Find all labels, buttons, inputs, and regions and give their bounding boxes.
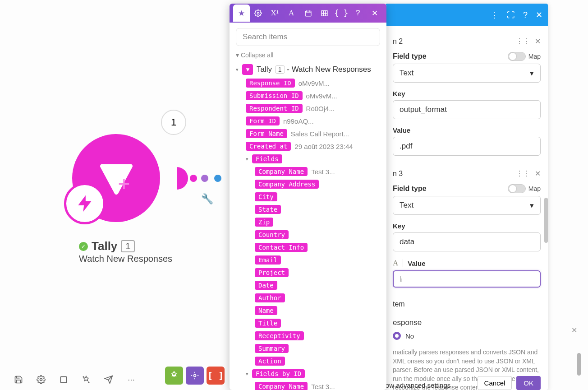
save-icon[interactable] — [14, 375, 23, 385]
tab-math[interactable]: X¹ — [266, 5, 283, 22]
search-input[interactable]: Search items — [236, 28, 380, 46]
remove-item-icon[interactable]: ✕ — [535, 169, 541, 178]
tree-data-item[interactable]: Created at29 août 2023 23:44 — [246, 140, 380, 153]
tree-data-item[interactable]: Country — [255, 228, 380, 241]
add-module-icon[interactable]: + — [110, 170, 138, 197]
tree-data-item[interactable]: Date — [255, 279, 380, 292]
tree-data-item[interactable]: Form IDn99oAQ... — [246, 115, 380, 127]
text-mode-icon[interactable]: A — [393, 259, 398, 268]
collapse-all-link[interactable]: ▾Collapse all — [236, 51, 380, 59]
tree-data-item[interactable]: Form NameSales Call Report... — [246, 127, 380, 140]
remove-item-icon[interactable]: ✕ — [535, 37, 541, 46]
tree-data-item[interactable]: Name — [255, 304, 380, 317]
wrench-icon[interactable]: 🔧 — [201, 193, 213, 205]
connector-dot — [190, 175, 197, 182]
ok-button[interactable]: OK — [516, 376, 541, 390]
advanced-settings-toggle[interactable]: ow advanced settings — [386, 381, 450, 389]
svg-point-3 — [194, 375, 196, 377]
module-number-badge: 1 — [121, 240, 135, 252]
close-icon[interactable]: ✕ — [536, 10, 542, 20]
parse-response-label: esponse — [393, 318, 541, 327]
auto-align-icon[interactable] — [81, 375, 91, 385]
tree-data-item[interactable]: Action — [255, 355, 380, 367]
key-label-3: Key — [393, 222, 541, 230]
close-icon[interactable]: ✕ — [571, 326, 577, 334]
tree-data-item[interactable]: City — [255, 190, 380, 203]
tools-button[interactable] — [165, 367, 183, 385]
value-label-3: Value — [408, 260, 425, 267]
module-action-name: Watch New Responses — [79, 254, 172, 264]
tree-node-fields-by-id[interactable]: ▾ Fields by ID — [246, 367, 380, 380]
item-header-3: n 3 ⋮⋮ ✕ — [393, 169, 541, 178]
field-type-select-2[interactable]: Text ▾ — [393, 64, 541, 83]
value-input-2[interactable]: .pdf — [393, 137, 541, 156]
flow-control-button[interactable]: [ ] — [207, 367, 225, 385]
expand-icon[interactable]: ⛶ — [507, 10, 515, 20]
picker-tabs: ★ X¹ A { } ? ✕ — [230, 4, 386, 23]
tally-module-node[interactable]: + — [72, 134, 160, 222]
svg-point-0 — [40, 379, 42, 381]
tab-star[interactable]: ★ — [233, 5, 250, 22]
map-toggle-3[interactable] — [508, 184, 526, 193]
tree-data-item[interactable]: Respondent IDRo0Oj4... — [246, 102, 380, 115]
field-type-select-3[interactable]: Text ▾ — [393, 196, 541, 215]
tree-data-item[interactable]: Receptivity — [255, 330, 380, 342]
tab-gear[interactable] — [250, 5, 266, 22]
tree-data-item[interactable]: Title — [255, 317, 380, 330]
tree-data-item[interactable]: Submission IDoMv9vM... — [246, 89, 380, 102]
scrollbar-thumb[interactable] — [544, 198, 548, 243]
tree-node-fields[interactable]: ▾ Fields — [246, 153, 380, 165]
status-check-icon: ✓ — [79, 242, 88, 251]
item-header-2: n 2 ⋮⋮ ✕ — [393, 37, 541, 46]
map-toggle-2[interactable] — [508, 52, 526, 61]
tree-data-item[interactable]: Author — [255, 292, 380, 304]
tab-array[interactable] — [316, 5, 333, 22]
add-item-link[interactable]: tem — [393, 300, 541, 308]
data-tree: ▾ Tally 1 - Watch New Responses Response… — [230, 60, 386, 390]
chevron-down-icon: ▾ — [530, 69, 534, 78]
tree-data-item[interactable]: Zip — [255, 216, 380, 228]
tree-data-item[interactable]: Project — [255, 266, 380, 279]
help-icon[interactable]: ? — [523, 10, 528, 20]
key-input-3[interactable]: data — [393, 232, 541, 251]
tab-date[interactable] — [300, 5, 317, 22]
tree-data-item[interactable]: Response IDoMv9vM... — [246, 77, 380, 89]
key-label-2: Key — [393, 90, 541, 98]
connector-dot — [201, 175, 208, 182]
half-circle-connector — [165, 167, 188, 190]
tree-data-item[interactable]: Company NameTest 3... — [255, 165, 380, 178]
tree-data-item[interactable]: Email — [255, 254, 380, 266]
tree-data-item[interactable]: State — [255, 203, 380, 216]
data-mapping-picker: ★ X¹ A { } ? ✕ Search items ▾Collapse al… — [230, 4, 386, 390]
scenario-canvas[interactable]: 1 + 🔧 ✓ Tally 1 Watch New Responses — [0, 0, 230, 390]
instant-trigger-icon — [64, 183, 106, 224]
svg-rect-1 — [60, 376, 66, 382]
run-count-bubble: 1 — [161, 110, 186, 135]
svg-point-8 — [257, 12, 259, 14]
more-vert-icon[interactable]: ⋮ — [491, 10, 499, 20]
key-input-2[interactable]: output_format — [393, 100, 541, 119]
favorites-button[interactable] — [186, 367, 204, 385]
bottom-toolbar: ⋯ — [14, 375, 136, 385]
field-type-label: Field type — [393, 52, 427, 60]
tab-help[interactable]: ? — [349, 5, 366, 22]
notes-icon[interactable] — [59, 375, 69, 385]
more-icon[interactable]: ⋯ — [126, 375, 136, 385]
tab-json[interactable]: { } — [333, 5, 349, 22]
cancel-button[interactable]: Cancel — [478, 376, 512, 390]
page-scrollbar-thumb[interactable] — [577, 353, 581, 376]
svg-rect-9 — [305, 11, 311, 16]
close-picker-icon[interactable]: ✕ — [366, 5, 383, 22]
tree-data-item[interactable]: Company Address — [255, 178, 380, 190]
tree-data-item[interactable]: Summary — [255, 342, 380, 355]
settings-icon[interactable] — [36, 375, 46, 385]
tab-text[interactable]: A — [283, 5, 300, 22]
tree-node-tally[interactable]: ▾ Tally 1 - Watch New Responses — [236, 62, 380, 77]
drag-handle-icon[interactable]: ⋮⋮ — [516, 169, 530, 178]
parse-response-radio-no[interactable] — [393, 332, 401, 340]
tree-data-item[interactable]: Company NameTest 3... — [255, 380, 380, 390]
value-input-3[interactable]: |I — [393, 270, 541, 288]
explain-flow-icon[interactable] — [104, 375, 114, 385]
drag-handle-icon[interactable]: ⋮⋮ — [516, 37, 530, 46]
tree-data-item[interactable]: Contact Info — [255, 241, 380, 254]
